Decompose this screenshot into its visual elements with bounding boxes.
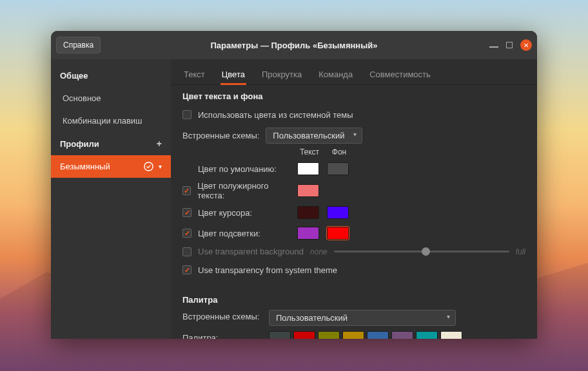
bold-color-label: Цвет полужирного текста:: [197, 181, 292, 200]
palette-swatch[interactable]: [342, 331, 364, 339]
builtin-scheme-select[interactable]: Пользовательский: [266, 128, 362, 144]
palette-label: Палитра:: [182, 331, 260, 339]
sidebar-item-shortcuts[interactable]: Комбинации клавиш: [51, 109, 171, 132]
system-transparency-label: Use transparency from system theme: [198, 265, 337, 275]
profiles-label: Профили: [60, 139, 99, 149]
palette-row-1: [269, 331, 462, 339]
sidebar-item-basic[interactable]: Основное: [51, 87, 171, 109]
maximize-button[interactable]: [506, 42, 513, 48]
minimize-button[interactable]: [489, 46, 498, 48]
profile-menu-chevron-icon[interactable]: ▾: [159, 163, 162, 170]
use-system-theme-checkbox[interactable]: [182, 110, 191, 119]
preferences-window: Справка Параметры — Профиль «Безымянный»…: [51, 31, 537, 339]
tab-text[interactable]: Текст: [182, 66, 206, 84]
help-button[interactable]: Справка: [56, 37, 101, 53]
sidebar: Общее Основное Комбинации клавиш Профили…: [51, 59, 171, 339]
use-system-theme-label: Использовать цвета из системной темы: [198, 110, 353, 120]
content-panel: Текст Цвета Прокрутка Команда Совместимо…: [171, 59, 537, 339]
transparency-slider[interactable]: [334, 251, 509, 252]
palette-swatch[interactable]: [269, 331, 291, 339]
palette-swatch[interactable]: [440, 331, 462, 339]
tab-command[interactable]: Команда: [317, 66, 354, 84]
tab-compat[interactable]: Совместимость: [368, 66, 432, 84]
palette-swatch[interactable]: [416, 331, 438, 339]
transparent-bg-checkbox[interactable]: [182, 247, 191, 256]
sidebar-item-active-profile[interactable]: Безымянный ▾: [51, 155, 171, 178]
close-button[interactable]: ✕: [520, 39, 532, 51]
bold-color-checkbox[interactable]: [182, 186, 191, 195]
system-transparency-checkbox[interactable]: [182, 265, 191, 274]
text-and-bg-heading: Цвет текста и фона: [182, 91, 525, 101]
transparent-bg-label: Use transparent background: [198, 247, 304, 256]
tab-colors[interactable]: Цвета: [220, 66, 246, 85]
bold-text-swatch[interactable]: [297, 184, 319, 197]
palette-swatch[interactable]: [293, 331, 315, 339]
palette-swatch[interactable]: [367, 331, 389, 339]
active-profile-label: Безымянный: [60, 162, 110, 171]
palette-swatch[interactable]: [318, 331, 340, 339]
col-head-text: Текст: [297, 147, 322, 157]
slider-none-label: none: [310, 247, 328, 256]
tabs: Текст Цвета Прокрутка Команда Совместимо…: [171, 59, 537, 85]
builtin-scheme-label: Встроенные схемы:: [182, 131, 259, 140]
add-profile-button[interactable]: +: [157, 138, 162, 149]
palette-heading: Палитра: [182, 295, 525, 305]
titlebar: Справка Параметры — Профиль «Безымянный»…: [51, 31, 537, 59]
default-text-swatch[interactable]: [297, 162, 319, 175]
default-color-label: Цвет по умолчанию:: [198, 164, 277, 174]
check-circle-icon: [144, 162, 153, 171]
cursor-color-checkbox[interactable]: [182, 208, 191, 217]
cursor-bg-swatch[interactable]: [327, 206, 349, 219]
slider-full-label: full: [516, 247, 525, 256]
cursor-text-swatch[interactable]: [297, 206, 319, 219]
palette-scheme-label: Встроенные схемы:: [182, 310, 260, 321]
highlight-color-label: Цвет подсветки:: [198, 229, 260, 238]
highlight-color-checkbox[interactable]: [182, 229, 191, 238]
sidebar-section-profiles: Профили +: [51, 132, 171, 155]
cursor-color-label: Цвет курсора:: [198, 208, 252, 218]
highlight-bg-swatch[interactable]: [327, 227, 349, 240]
highlight-text-swatch[interactable]: [297, 227, 319, 240]
sidebar-section-general: Общее: [51, 64, 171, 87]
palette-swatch[interactable]: [391, 331, 413, 339]
slider-thumb[interactable]: [422, 247, 430, 256]
window-title: Параметры — Профиль «Безымянный»: [51, 41, 537, 50]
default-bg-swatch[interactable]: [327, 162, 349, 175]
col-head-bg: Фон: [327, 147, 351, 157]
tab-scroll[interactable]: Прокрутка: [260, 66, 303, 84]
palette-scheme-select[interactable]: Пользовательский: [269, 310, 456, 326]
